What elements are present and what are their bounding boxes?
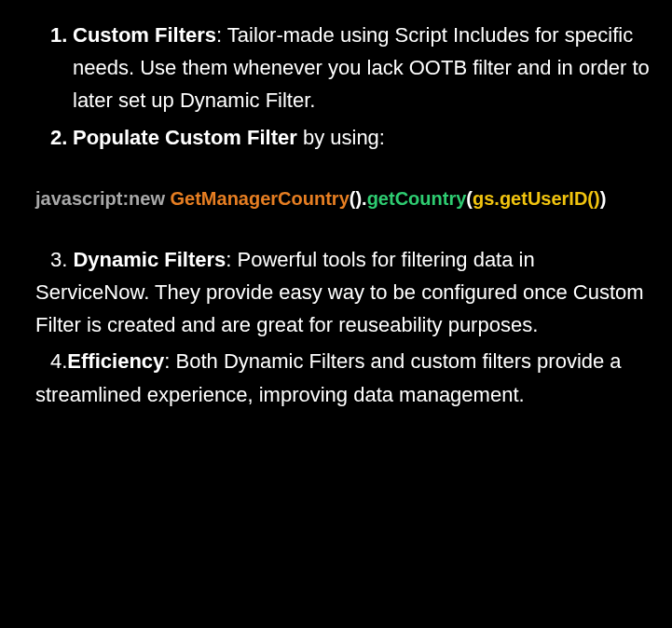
list-text-2: by using:: [297, 126, 385, 149]
list-number-2: 2.: [50, 121, 73, 154]
code-parens-1: ().: [350, 188, 367, 209]
ordered-list-top: 1.Custom Filters: Tailor-made using Scri…: [19, 19, 653, 154]
code-paren-close: ): [600, 188, 607, 209]
code-argument: gs.getUserID(): [473, 188, 600, 209]
list-item-2: 2.Populate Custom Filter by using:: [73, 121, 653, 154]
list-item-1: 1.Custom Filters: Tailor-made using Scri…: [73, 19, 653, 117]
list-item-4: 4.Efficiency: Both Dynamic Filters and c…: [35, 345, 653, 410]
ordered-list-continuation: 3. Dynamic Filters: Powerful tools for f…: [19, 243, 653, 411]
list-title-3: Dynamic Filters: [73, 248, 226, 271]
list-title-4: Efficiency: [67, 349, 164, 373]
list-title-2: Populate Custom Filter: [73, 126, 297, 149]
code-paren-open: (: [466, 188, 473, 209]
list-item-3: 3. Dynamic Filters: Powerful tools for f…: [35, 243, 653, 342]
code-keyword: javascript:new: [35, 188, 171, 209]
list-number-4: 4.: [50, 349, 67, 373]
list-number-3: 3.: [50, 248, 73, 271]
list-number-1: 1.: [50, 19, 73, 51]
list-title-1: Custom Filters: [73, 23, 216, 47]
code-class: GetManagerCountry: [171, 188, 350, 209]
code-method: getCountry: [367, 188, 467, 209]
code-snippet: javascript:new GetManagerCountry().getCo…: [19, 184, 653, 213]
